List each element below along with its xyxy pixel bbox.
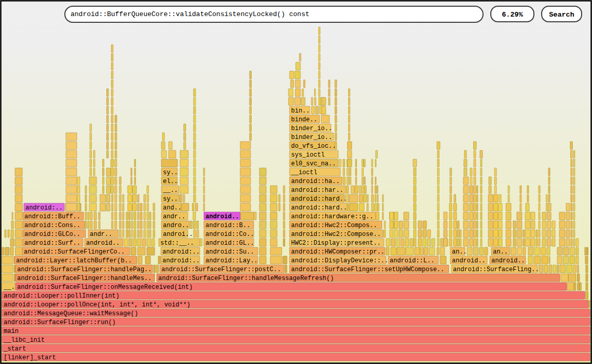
svg-text:binder_io..: binder_io.. (291, 134, 332, 141)
svg-text:__libc_init: __libc_init (3, 337, 45, 344)
svg-text:android::Buff..: android::Buff.. (24, 213, 80, 220)
svg-text:android::SurfaceFlinger::handl: android::SurfaceFlinger::handleMessageRe… (158, 275, 334, 282)
svg-text:do_vfs_ioc..: do_vfs_ioc.. (291, 143, 336, 150)
svg-text:android::Su..: android::Su.. (205, 248, 254, 256)
svg-text:el..: el.. (163, 178, 178, 185)
svg-text:an..: an.. (452, 248, 467, 256)
svg-text:android:..: android:.. (162, 248, 200, 256)
svg-text:android:..: android:.. (25, 204, 63, 212)
svg-text:androi..: androi.. (163, 231, 193, 238)
svg-text:sys_ioctl: sys_ioctl (291, 151, 325, 159)
svg-text:binde..: binde.. (291, 116, 317, 123)
svg-text:std::__..: std::__.. (160, 240, 194, 247)
svg-text:main: main (4, 328, 19, 335)
svg-text:android::har..: android::har.. (291, 187, 343, 194)
svg-text:android::hard..: android::hard.. (291, 195, 347, 203)
svg-text:android::ha..: android::ha.. (291, 178, 340, 185)
svg-text:el0_svc_na..: el0_svc_na.. (291, 160, 336, 167)
svg-text:andr..: andr.. (90, 231, 112, 238)
svg-text:android::L..: android::L.. (390, 257, 434, 264)
svg-text:android::SurfaceFlinger::handl: android::SurfaceFlinger::handlePag.. (17, 266, 152, 273)
svg-text:android::Looper::pollInner(int: android::Looper::pollInner(int) (4, 292, 119, 300)
svg-text:android..: android.. (452, 257, 486, 264)
svg-text:an..: an.. (493, 248, 508, 256)
svg-text:android::HWComposer::pr..: android::HWComposer::pr.. (291, 248, 384, 256)
svg-text:[linker]_start: [linker]_start (4, 354, 56, 361)
svg-text:binder_io..: binder_io.. (291, 125, 332, 132)
svg-text:android::SurfaceFlinger::setUp: android::SurfaceFlinger::setUpHWCompose.… (291, 266, 444, 273)
svg-text:__.: __. (3, 284, 15, 291)
svg-text:android::Lay..: android::Lay.. (205, 257, 258, 264)
svg-text:android::SurfaceFling..: android::SurfaceFling.. (453, 266, 539, 273)
svg-text:android::Co..: android::Co.. (205, 231, 254, 238)
svg-text:android::Looper::pollOnce(int,: android::Looper::pollOnce(int, int*, int… (4, 301, 190, 309)
svg-text:android::BufferQueueCore::vali: android::BufferQueueCore::validateConsis… (71, 10, 309, 18)
svg-text:android::SurfaceFlinger::run(): android::SurfaceFlinger::run() (4, 319, 116, 326)
svg-text:bin..: bin.. (291, 107, 310, 115)
svg-text:android::Hwc2::Compos..: android::Hwc2::Compos.. (291, 222, 377, 229)
svg-text:android::Hwc2::Compose..: android::Hwc2::Compose.. (291, 231, 381, 238)
svg-text:android::GLCo..: android::GLCo.. (24, 231, 80, 238)
svg-text:android::SurfaceFlinger::postC: android::SurfaceFlinger::postC.. (161, 266, 281, 273)
svg-text:HWC2::Display::present..: HWC2::Display::present.. (291, 240, 381, 247)
svg-text:andro..: andro.. (163, 222, 189, 229)
svg-text:sy..: sy.. (163, 195, 178, 203)
svg-text:android::hard..: android::hard.. (291, 204, 347, 212)
svg-text:sy..: sy.. (163, 169, 178, 176)
svg-text:android..: android.. (491, 257, 525, 264)
svg-text:android::DisplayDevice::..: android::DisplayDevice::.. (291, 257, 388, 264)
svg-text:android..: android.. (86, 240, 120, 247)
svg-text:andr..: andr.. (163, 213, 185, 220)
svg-text:android::Surf..: android::Surf.. (24, 240, 80, 247)
svg-text:_start: _start (3, 345, 26, 353)
svg-text:android::Cons..: android::Cons.. (24, 222, 80, 229)
svg-text:android::hardware::g..: android::hardware::g.. (291, 213, 373, 220)
svg-text:android::MessageQueue::waitMes: android::MessageQueue::waitMessage() (4, 310, 138, 317)
svg-text:android..: android.. (205, 213, 239, 220)
svg-text:__..: __.. (162, 187, 178, 194)
svg-text:android::SurfaceFlinger::onMes: android::SurfaceFlinger::onMessageReceiv… (17, 284, 192, 291)
svg-text:android::GL..: android::GL.. (205, 240, 254, 247)
svg-text:and..: and.. (163, 204, 182, 212)
svg-text:Search: Search (549, 11, 574, 19)
svg-text:6.29%: 6.29% (502, 11, 523, 19)
svg-text:__ioctl: __ioctl (291, 169, 317, 176)
svg-text:android::SurfaceFlingerCo..: android::SurfaceFlingerCo.. (24, 248, 125, 256)
svg-text:android::B..: android::B.. (205, 222, 250, 229)
svg-text:android::Layer::latchBuffer(b.: android::Layer::latchBuffer(b.. (16, 257, 132, 264)
svg-text:android::SurfaceFlinger::handl: android::SurfaceFlinger::handleMes.. (17, 275, 152, 282)
svg-text:android:..: android:.. (162, 257, 200, 264)
